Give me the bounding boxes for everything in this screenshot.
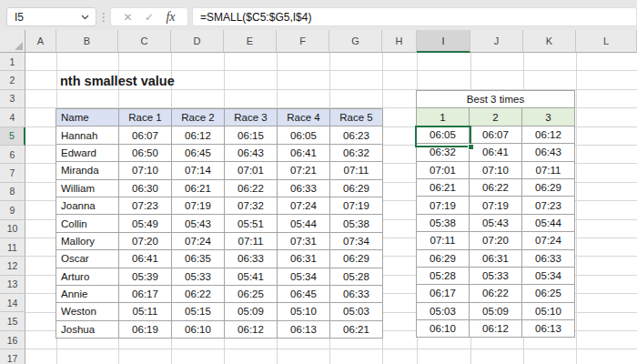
name-cell[interactable]: Mallory	[56, 232, 119, 249]
row-header-17[interactable]: 17	[0, 349, 25, 364]
race2-time-cell[interactable]: 06:35	[172, 250, 225, 268]
race5-time-cell[interactable]: 06:29	[330, 179, 383, 197]
best1-time-cell[interactable]: 05:38	[417, 214, 470, 231]
best3-time-cell[interactable]: 06:25	[522, 285, 575, 302]
name-box-dropdown-icon[interactable]	[81, 15, 89, 20]
row-header-15[interactable]: 15	[0, 312, 25, 330]
best2-time-cell[interactable]: 05:09	[470, 302, 522, 319]
race1-time-cell[interactable]: 06:41	[119, 250, 172, 268]
race4-time-cell[interactable]: 07:21	[278, 162, 330, 179]
race5-time-cell[interactable]: 05:03	[330, 303, 383, 320]
race3-time-cell[interactable]: 07:11	[225, 232, 278, 249]
best3-time-cell[interactable]: 07:11	[522, 161, 575, 178]
race2-time-cell[interactable]: 07:19	[172, 197, 225, 214]
best1-time-cell[interactable]: 06:10	[417, 320, 470, 338]
race1-time-cell[interactable]: 06:30	[119, 179, 172, 197]
best3-time-cell[interactable]: 05:44	[522, 214, 575, 231]
best1-time-cell[interactable]: 06:21	[417, 178, 470, 196]
race4-time-cell[interactable]: 05:44	[278, 215, 330, 232]
best2-time-cell[interactable]: 05:33	[470, 267, 522, 284]
select-all-corner[interactable]	[0, 30, 25, 53]
race4-time-cell[interactable]: 05:34	[278, 268, 330, 285]
race1-time-cell[interactable]: 07:10	[119, 162, 172, 179]
race2-time-cell[interactable]: 06:22	[172, 285, 225, 302]
race4-time-cell[interactable]: 06:13	[278, 320, 330, 338]
race1-time-cell[interactable]: 05:11	[119, 303, 172, 320]
row-header-2[interactable]: 2	[0, 71, 25, 89]
race4-time-cell[interactable]: 06:05	[278, 126, 330, 144]
race2-time-cell[interactable]: 07:14	[172, 162, 225, 179]
best3-time-cell[interactable]: 05:34	[522, 267, 575, 284]
row-header-10[interactable]: 10	[0, 220, 25, 238]
best2-time-cell[interactable]: 06:22	[470, 285, 522, 302]
name-cell[interactable]: Oscar	[56, 250, 119, 268]
best3-time-cell[interactable]: 06:43	[522, 144, 575, 161]
header-cell-race4[interactable]: Race 4	[278, 109, 330, 126]
race1-time-cell[interactable]: 06:50	[119, 144, 172, 161]
best3-time-cell[interactable]: 06:33	[522, 249, 575, 267]
race3-time-cell[interactable]: 06:33	[225, 250, 278, 268]
column-header-I-selected[interactable]: I	[417, 30, 470, 53]
name-cell[interactable]: Weston	[56, 303, 119, 320]
row-header-6[interactable]: 6	[0, 146, 25, 164]
name-box[interactable]: I5	[6, 7, 96, 26]
formula-input[interactable]: =SMALL($C5:$G5,I$4)	[192, 7, 637, 26]
header-cell-race2[interactable]: Race 2	[172, 109, 225, 126]
race3-time-cell[interactable]: 07:01	[225, 162, 278, 179]
best1-time-cell[interactable]: 07:11	[417, 232, 470, 249]
best3-time-cell[interactable]: 07:23	[522, 197, 575, 214]
race4-time-cell[interactable]: 06:45	[278, 285, 330, 302]
row-header-7[interactable]: 7	[0, 164, 25, 182]
name-cell[interactable]: Arturo	[56, 268, 119, 285]
best2-time-cell[interactable]: 06:22	[470, 178, 522, 196]
race1-time-cell[interactable]: 06:17	[119, 285, 172, 302]
best-header-2[interactable]: 2	[470, 108, 522, 126]
row-header-16[interactable]: 16	[0, 331, 25, 349]
row-header-13[interactable]: 13	[0, 276, 25, 294]
race2-time-cell[interactable]: 07:24	[172, 232, 225, 249]
best-times-title-cell[interactable]: Best 3 times	[417, 91, 575, 108]
best1-time-cell[interactable]: 06:29	[417, 249, 470, 267]
column-header-G[interactable]: G	[329, 30, 382, 53]
best-header-1[interactable]: 1	[417, 108, 470, 126]
row-header-12[interactable]: 12	[0, 257, 25, 275]
header-cell-name[interactable]: Name	[56, 109, 119, 126]
best1-time-cell[interactable]: 05:03	[417, 302, 470, 319]
race2-time-cell[interactable]: 06:45	[172, 144, 225, 161]
race3-time-cell[interactable]: 06:15	[225, 126, 278, 144]
best3-time-cell[interactable]: 06:29	[522, 178, 575, 196]
race2-time-cell[interactable]: 05:43	[172, 215, 225, 232]
race5-time-cell[interactable]: 06:23	[330, 126, 383, 144]
column-header-L[interactable]: L	[576, 30, 637, 53]
name-cell[interactable]: Joshua	[56, 320, 119, 338]
race1-time-cell[interactable]: 07:23	[119, 197, 172, 214]
race1-time-cell[interactable]: 05:39	[119, 268, 172, 285]
best1-time-cell[interactable]: 06:05	[417, 126, 470, 143]
best2-time-cell[interactable]: 07:20	[470, 232, 522, 249]
race4-time-cell[interactable]: 06:41	[278, 144, 330, 161]
enter-icon[interactable]: ✓	[145, 12, 154, 23]
name-cell[interactable]: Miranda	[56, 162, 119, 179]
best2-time-cell[interactable]: 06:07	[470, 126, 522, 143]
race3-time-cell[interactable]: 05:51	[225, 215, 278, 232]
race2-time-cell[interactable]: 05:33	[172, 268, 225, 285]
race5-time-cell[interactable]: 07:19	[330, 197, 383, 214]
race3-time-cell[interactable]: 06:43	[225, 144, 278, 161]
name-cell[interactable]: Annie	[56, 285, 119, 302]
row-header-3[interactable]: 3	[0, 90, 25, 108]
best1-time-cell[interactable]: 06:32	[417, 144, 470, 161]
race4-time-cell[interactable]: 05:10	[278, 303, 330, 320]
race3-time-cell[interactable]: 05:41	[225, 268, 278, 285]
row-header-9[interactable]: 9	[0, 201, 25, 219]
race5-time-cell[interactable]: 07:11	[330, 162, 383, 179]
name-cell[interactable]: Hannah	[56, 126, 119, 144]
best2-time-cell[interactable]: 06:31	[470, 249, 522, 267]
row-header-8[interactable]: 8	[0, 183, 25, 201]
header-cell-race3[interactable]: Race 3	[225, 109, 278, 126]
header-cell-race1[interactable]: Race 1	[119, 109, 172, 126]
column-header-D[interactable]: D	[171, 30, 224, 53]
best1-time-cell[interactable]: 07:19	[417, 197, 470, 214]
best1-time-cell[interactable]: 07:01	[417, 161, 470, 178]
row-header-4[interactable]: 4	[0, 108, 25, 126]
race1-time-cell[interactable]: 06:19	[119, 320, 172, 338]
